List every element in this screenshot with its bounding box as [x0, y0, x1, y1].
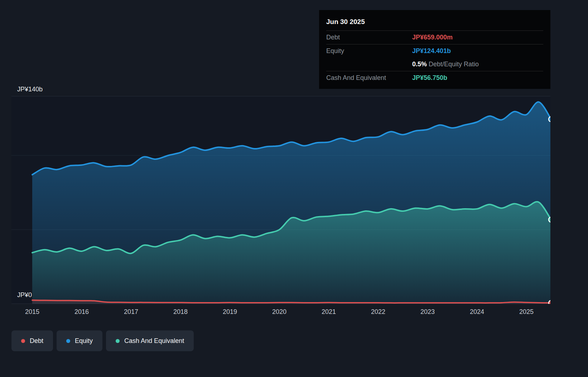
tooltip-equity-label: Equity: [326, 47, 412, 55]
tooltip-date: Jun 30 2025: [326, 14, 543, 31]
cash-dot-icon: [116, 339, 120, 343]
tooltip-debt-row: Debt JP¥659.000m: [326, 31, 543, 44]
tooltip-ratio-row: 0.5% Debt/Equity Ratio: [326, 58, 543, 71]
y-axis-label-zero: JP¥0: [17, 291, 32, 299]
x-axis-label-2018: 2018: [173, 308, 188, 316]
x-axis-label-2017: 2017: [124, 308, 138, 316]
tooltip-debt-label: Debt: [326, 34, 412, 41]
x-axis-label-2024: 2024: [470, 308, 484, 316]
tooltip-ratio-value: 0.5% Debt/Equity Ratio: [412, 61, 479, 68]
chart-plot[interactable]: [11, 96, 550, 304]
legend-item-debt[interactable]: Debt: [11, 330, 53, 351]
legend-label-cash: Cash And Equivalent: [124, 337, 184, 345]
x-axis-label-2015: 2015: [25, 308, 39, 316]
ratio-percent: 0.5%: [412, 61, 427, 68]
tooltip-equity-row: Equity JP¥124.401b: [326, 44, 543, 58]
x-axis-label-2025: 2025: [519, 308, 534, 316]
equity-dot-icon: [66, 339, 70, 343]
x-axis-label-2019: 2019: [223, 308, 237, 316]
ratio-caption: Debt/Equity Ratio: [429, 61, 479, 68]
tooltip-equity-value: JP¥124.401b: [412, 47, 451, 55]
debt-dot-icon: [21, 339, 25, 343]
tooltip-cash-row: Cash And Equivalent JP¥56.750b: [326, 71, 543, 85]
y-axis-label-max: JP¥140b: [17, 86, 43, 93]
legend-label-equity: Equity: [75, 337, 93, 345]
tooltip-cash-label: Cash And Equivalent: [326, 74, 412, 82]
balance-sheet-chart-page: Jun 30 2025 Debt JP¥659.000m Equity JP¥1…: [0, 0, 588, 377]
tooltip-debt-value: JP¥659.000m: [412, 34, 453, 41]
cash-end-marker: [549, 217, 550, 222]
x-axis-label-2022: 2022: [371, 308, 385, 316]
legend-item-cash[interactable]: Cash And Equivalent: [106, 330, 194, 351]
x-axis-label-2016: 2016: [74, 308, 89, 316]
legend-label-debt: Debt: [30, 337, 43, 345]
legend-item-equity[interactable]: Equity: [57, 330, 102, 351]
x-axis-label-2021: 2021: [322, 308, 336, 316]
chart-tooltip: Jun 30 2025 Debt JP¥659.000m Equity JP¥1…: [319, 10, 550, 89]
equity-end-marker: [549, 117, 550, 122]
tooltip-cash-value: JP¥56.750b: [412, 74, 447, 82]
x-axis-label-2023: 2023: [420, 308, 435, 316]
legend: Debt Equity Cash And Equivalent: [11, 330, 197, 351]
x-axis: 2015201620172018201920202021202220232024…: [11, 308, 550, 318]
x-axis-label-2020: 2020: [272, 308, 286, 316]
